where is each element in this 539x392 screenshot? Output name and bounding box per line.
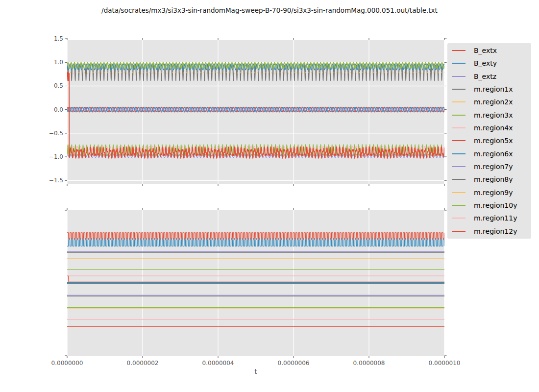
- legend-item: m.region6x: [447, 147, 531, 160]
- y-tick-label: 1.0: [39, 59, 63, 66]
- bottom-plot-background: [67, 210, 444, 356]
- legend-item-label: m.region10y: [474, 201, 517, 209]
- legend-item-label: m.region8y: [474, 175, 513, 183]
- y-tick-label: 1.5: [39, 35, 63, 42]
- legend-line-sample: [452, 166, 466, 167]
- legend-item-label: m.region5x: [474, 137, 513, 145]
- legend-item-label: m.region3x: [474, 111, 513, 119]
- legend-line-sample: [452, 218, 466, 219]
- x-tick-label: 0.0000000: [44, 360, 91, 367]
- legend-item-label: B_extx: [474, 47, 497, 54]
- x-axis-label: t: [67, 368, 444, 375]
- legend-item: m.region11y: [447, 212, 531, 224]
- legend-item: B_exty: [447, 57, 531, 70]
- legend-line-sample: [452, 179, 466, 180]
- top-plot-svg: [62, 35, 449, 189]
- legend-line-sample: [452, 127, 466, 128]
- legend-item: m.region7y: [447, 160, 531, 173]
- legend-line-sample: [452, 192, 466, 193]
- legend-item: m.region2x: [447, 96, 531, 108]
- legend-line-sample: [452, 140, 466, 141]
- legend-item-label: m.region11y: [474, 214, 517, 222]
- legend-item: B_extz: [447, 70, 531, 83]
- series-line-blue-square-wave: [67, 240, 444, 246]
- x-tick-label: 0.0000008: [345, 360, 392, 367]
- legend-line-sample: [452, 76, 466, 77]
- legend-item-label: m.region4x: [474, 124, 513, 132]
- legend-item-label: m.region12y: [474, 227, 517, 235]
- y-tick-label: −0.5: [39, 130, 63, 137]
- legend-item: m.region1x: [447, 83, 531, 96]
- legend-line-sample: [452, 89, 466, 90]
- x-tick-label: 0.0000010: [421, 360, 468, 367]
- y-tick-label: −1.0: [39, 153, 63, 160]
- series-line-red-square-wave: [67, 233, 444, 239]
- legend-line-sample: [452, 205, 466, 206]
- legend-line-sample: [452, 115, 466, 116]
- y-tick-label: −1.5: [39, 177, 63, 184]
- legend-item-label: m.region7y: [474, 163, 513, 171]
- legend-line-sample: [452, 50, 466, 51]
- legend-line-sample: [452, 153, 466, 154]
- x-tick-label: 0.0000002: [119, 360, 166, 367]
- legend-line-sample: [452, 231, 466, 232]
- legend-item-label: m.region2x: [474, 98, 513, 106]
- legend-item: m.region10y: [447, 199, 531, 212]
- legend-item: m.region3x: [447, 109, 531, 122]
- legend-item-label: m.region9y: [474, 189, 513, 196]
- legend-line-sample: [452, 101, 466, 102]
- legend-item: m.region12y: [447, 225, 531, 238]
- legend-item-label: B_extz: [474, 73, 496, 80]
- x-tick-label: 0.0000006: [270, 360, 317, 367]
- legend-item-label: m.region1x: [474, 85, 513, 93]
- legend-item-label: m.region6x: [474, 150, 513, 158]
- legend-item: B_extx: [447, 44, 531, 57]
- bottom-plot-svg: [62, 205, 449, 361]
- figure-title: /data/socrates/mx3/si3x3-sin-randomMag-s…: [0, 6, 539, 14]
- legend-item: m.region9y: [447, 186, 531, 199]
- legend-item: m.region8y: [447, 173, 531, 186]
- legend-line-sample: [452, 63, 466, 64]
- legend-item-label: B_exty: [474, 59, 497, 67]
- y-tick-label: 0.5: [39, 82, 63, 89]
- legend: B_extxB_extyB_extzm.region1xm.region2xm.…: [447, 43, 531, 239]
- x-tick-label: 0.0000004: [195, 360, 242, 367]
- figure: /data/socrates/mx3/si3x3-sin-randomMag-s…: [0, 0, 539, 392]
- legend-item: m.region4x: [447, 122, 531, 134]
- y-tick-label: 0.0: [39, 106, 63, 113]
- legend-item: m.region5x: [447, 134, 531, 147]
